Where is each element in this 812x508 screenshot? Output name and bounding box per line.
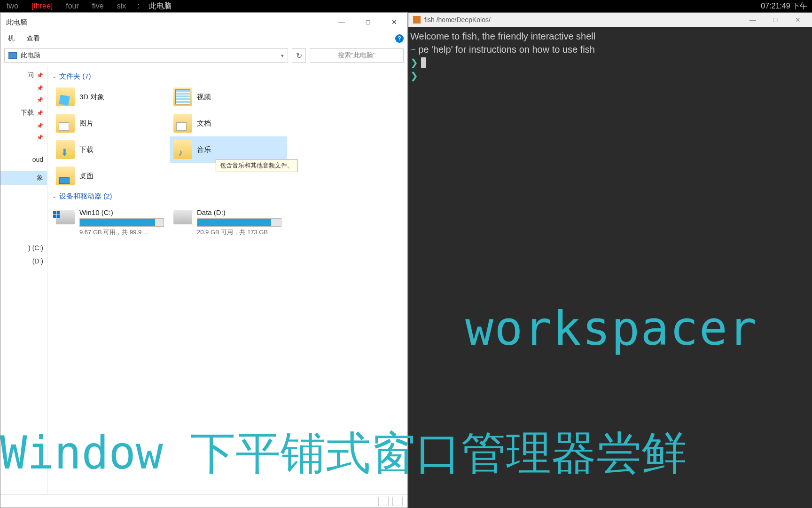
folder-desktop[interactable]: 桌面	[52, 163, 170, 189]
ws-item-six[interactable]: six	[110, 2, 133, 10]
drive-capacity-text: 20.9 GB 可用，共 173 GB	[197, 228, 283, 237]
explorer-menubar: 机 查看 ?	[0, 32, 407, 46]
sidebar-quick-5[interactable]: 📌	[0, 120, 47, 132]
address-bar[interactable]: 此电脑 ▾	[4, 48, 288, 63]
tooltip: 包含音乐和其他音频文件。	[216, 159, 297, 172]
refresh-button[interactable]: ↻	[292, 48, 306, 63]
drive-capacity-text: 9.67 GB 可用，共 99.9 ...	[79, 228, 166, 237]
ws-separator: :	[133, 2, 144, 10]
drive-capacity-bar	[197, 218, 281, 227]
sidebar-drive-d[interactable]: (D:)	[0, 254, 47, 268]
sidebar-thispc[interactable]: 象	[0, 171, 47, 185]
pin-icon: 📌	[37, 85, 43, 91]
help-icon[interactable]: ?	[395, 34, 404, 43]
address-row: 此电脑 ▾ ↻ 搜索"此电脑"	[0, 46, 407, 65]
view-details-button[interactable]	[378, 497, 389, 506]
workspace-bar: two [three] four five six : 此电脑 07:21:49…	[0, 0, 812, 12]
drives-grid: Win10 (C:) 9.67 GB 可用，共 99.9 ... Data (D…	[52, 206, 403, 239]
pin-icon: 📌	[37, 135, 43, 141]
close-button[interactable]: ✕	[381, 13, 407, 32]
sidebar-quick-downloads[interactable]: 下载📌	[0, 106, 47, 120]
ws-item-four[interactable]: four	[59, 2, 86, 10]
explorer-statusbar	[0, 494, 407, 508]
pin-icon: 📌	[37, 97, 43, 103]
sidebar-quick-3[interactable]: 📌	[0, 94, 47, 106]
folders-grid: 3D 对象 视频 图片 文档 ⬇下载 ♪音乐 包含音乐和其他音频文件。 桌面	[52, 84, 403, 189]
explorer-titlebar[interactable]: 此电脑 — □ ✕	[0, 13, 407, 32]
chevron-down-icon[interactable]: ▾	[281, 53, 284, 59]
sidebar-quick-2[interactable]: 📌	[0, 82, 47, 94]
terminal-titlebar[interactable]: fish /home/DeepKolos/ — □ ✕	[408, 13, 812, 27]
minimize-button[interactable]: —	[743, 16, 762, 24]
sidebar-drive-c[interactable]: ) (C:)	[0, 241, 47, 254]
drive-name: Win10 (C:)	[79, 208, 166, 216]
ws-item-five[interactable]: five	[86, 2, 110, 10]
pin-icon: 📌	[37, 123, 43, 129]
pin-icon: 📌	[37, 72, 43, 79]
terminal-line: Welcome to fish, the friendly interactiv…	[410, 30, 810, 43]
folder-3dobjects[interactable]: 3D 对象	[52, 84, 170, 110]
drive-icon	[173, 210, 192, 224]
pin-icon: 📌	[37, 110, 43, 116]
ws-active-title: 此电脑	[144, 1, 172, 11]
drive-name: Data (D:)	[197, 208, 283, 216]
sidebar-cloud[interactable]: oud	[0, 153, 47, 166]
sidebar-quick-6[interactable]: 📌	[0, 132, 47, 143]
explorer-title: 此电脑	[6, 18, 27, 27]
folder-documents[interactable]: 文档	[170, 110, 287, 136]
pc-icon	[8, 52, 17, 59]
ws-clock: 07:21:49 下午	[761, 1, 812, 11]
terminal-prompt[interactable]: ❯	[410, 69, 810, 82]
menu-computer[interactable]: 机	[3, 32, 19, 45]
ws-item-three[interactable]: [three]	[25, 2, 59, 10]
view-icons-button[interactable]	[392, 497, 403, 506]
search-input[interactable]: 搜索"此电脑"	[310, 48, 404, 63]
minimize-button[interactable]: —	[328, 13, 355, 32]
folder-music[interactable]: ♪音乐 包含音乐和其他音频文件。	[170, 136, 287, 163]
terminal-line: ~ pe 'help' for instructions on how to u…	[410, 43, 810, 56]
terminal-title: fish /home/DeepKolos/	[424, 16, 491, 24]
folder-pictures[interactable]: 图片	[52, 110, 170, 136]
overlay-subtitle: Window 下平铺式窗口管理器尝鲜	[0, 423, 812, 484]
terminal-prompt[interactable]: ❯	[410, 56, 810, 69]
drive-d[interactable]: Data (D:) 20.9 GB 可用，共 173 GB	[170, 206, 287, 239]
ws-item-two[interactable]: two	[0, 2, 25, 10]
menu-view[interactable]: 查看	[22, 32, 45, 45]
group-devices-header[interactable]: ⌄设备和驱动器 (2)	[52, 189, 403, 204]
sidebar-quick-1[interactable]: 问📌	[0, 68, 47, 82]
caret-down-icon: ⌄	[52, 193, 56, 199]
group-folders-header[interactable]: ⌄文件夹 (7)	[52, 69, 403, 84]
folder-downloads[interactable]: ⬇下载	[52, 136, 170, 163]
caret-down-icon: ⌄	[52, 73, 56, 79]
drive-c[interactable]: Win10 (C:) 9.67 GB 可用，共 99.9 ...	[52, 206, 170, 239]
overlay-title: workspacer	[465, 301, 757, 356]
maximize-button[interactable]: □	[355, 13, 381, 32]
drive-capacity-bar	[79, 218, 164, 227]
close-button[interactable]: ✕	[789, 16, 807, 24]
cursor-icon	[421, 57, 426, 68]
drive-icon	[56, 210, 75, 224]
folder-videos[interactable]: 视频	[170, 84, 287, 110]
terminal-icon	[413, 16, 421, 24]
maximize-button[interactable]: □	[766, 16, 785, 24]
breadcrumb[interactable]: 此电脑	[21, 51, 40, 60]
